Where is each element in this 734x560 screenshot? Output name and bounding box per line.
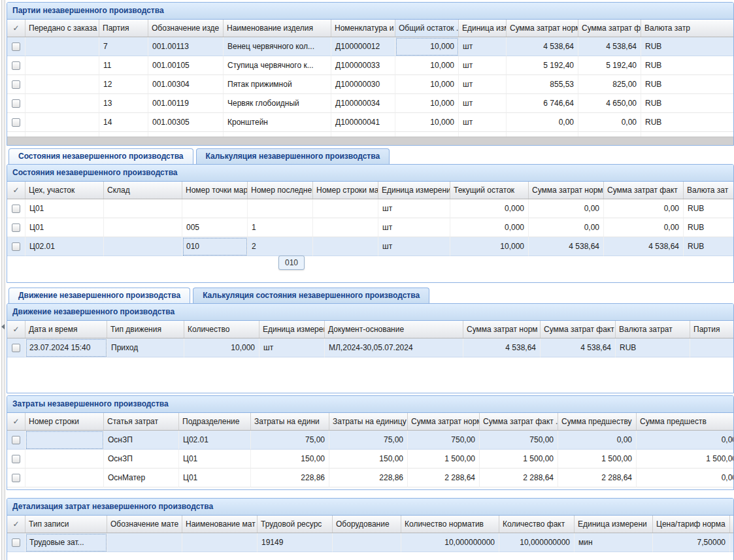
column-header[interactable]: Номенклатура и bbox=[331, 20, 395, 37]
row-checkbox[interactable] bbox=[12, 80, 20, 89]
column-header[interactable]: Количество норматив bbox=[401, 516, 499, 533]
column-header[interactable]: Единица измерени bbox=[575, 516, 653, 533]
table-cell[interactable]: 2 288,64 bbox=[558, 469, 637, 487]
table-cell[interactable]: Д100000030 bbox=[331, 75, 395, 94]
column-header[interactable]: Количество bbox=[184, 321, 259, 338]
table-cell[interactable]: ОснЗП bbox=[104, 450, 179, 469]
table-cell[interactable]: 228,86 bbox=[329, 469, 408, 487]
column-header[interactable]: Передано с заказа bbox=[25, 20, 99, 37]
table-cell[interactable]: 0,00 bbox=[637, 431, 733, 450]
column-header[interactable]: Статья затрат bbox=[104, 413, 179, 430]
table-cell[interactable]: 010 bbox=[182, 237, 248, 256]
table-cell[interactable]: шт bbox=[378, 218, 450, 237]
row-checkbox[interactable] bbox=[12, 205, 20, 213]
column-header[interactable]: Сумма затрат факт bbox=[578, 20, 641, 37]
column-header[interactable]: Единица измерени bbox=[378, 182, 450, 199]
table-cell[interactable]: Втулка bbox=[224, 132, 331, 137]
table-cell[interactable] bbox=[25, 94, 99, 113]
table-cell[interactable]: Ц01 bbox=[179, 450, 251, 469]
table-cell[interactable] bbox=[25, 56, 99, 75]
table-cell[interactable]: 150,00 bbox=[251, 450, 329, 469]
table-cell[interactable]: 19149 bbox=[258, 533, 333, 552]
table-cell[interactable] bbox=[313, 237, 378, 256]
select-all-column-header[interactable]: ✓ bbox=[7, 516, 25, 533]
column-header[interactable]: Валюта зат bbox=[684, 182, 734, 199]
table-cell[interactable]: Ц01 bbox=[25, 218, 104, 237]
table-cell[interactable] bbox=[107, 533, 182, 552]
table-cell[interactable] bbox=[313, 199, 378, 218]
table-cell[interactable]: Ц02.01 bbox=[25, 237, 104, 256]
table-row[interactable]: 13001.00119Червяк глобоидныйД10000003410… bbox=[7, 94, 733, 113]
table-cell[interactable]: 4 538,64 bbox=[529, 237, 604, 256]
table-cell[interactable]: мин bbox=[575, 533, 653, 552]
column-header[interactable]: Сумма предшеству bbox=[558, 413, 637, 430]
table-cell[interactable] bbox=[104, 237, 182, 256]
table-cell[interactable] bbox=[248, 199, 313, 218]
table-cell[interactable]: 0,00 bbox=[558, 431, 637, 450]
table-cell[interactable]: 1 500,00 bbox=[408, 450, 480, 469]
row-checkbox[interactable] bbox=[12, 242, 20, 251]
column-header[interactable]: Цена/тариф норма bbox=[653, 516, 730, 533]
row-checkbox[interactable] bbox=[12, 344, 20, 352]
column-header[interactable]: Количество факт bbox=[499, 516, 575, 533]
table-cell[interactable]: 0,000 bbox=[450, 199, 529, 218]
table-cell[interactable]: RUB bbox=[684, 218, 733, 237]
left-splitter[interactable] bbox=[0, 0, 7, 560]
table-cell[interactable] bbox=[182, 533, 258, 552]
column-header[interactable]: Номер строки bbox=[25, 413, 104, 430]
table-cell[interactable]: ОснЗП bbox=[104, 431, 179, 450]
column-header[interactable]: Оборудование bbox=[333, 516, 401, 533]
column-header[interactable]: Номер точки марш bbox=[182, 182, 248, 199]
column-header[interactable]: Склад bbox=[104, 182, 182, 199]
table-cell[interactable]: 0,00 bbox=[529, 218, 604, 237]
select-all-column-header[interactable]: ✓ bbox=[7, 413, 25, 430]
column-header[interactable]: Документ-основание bbox=[325, 321, 463, 338]
column-header[interactable]: Трудовой ресурс bbox=[258, 516, 333, 533]
column-header[interactable]: Затраты на едини bbox=[251, 413, 329, 430]
table-cell[interactable]: 0,00 bbox=[529, 199, 604, 218]
column-header[interactable]: Цех, участок bbox=[25, 182, 104, 199]
table-cell[interactable]: 1 500,00 bbox=[637, 450, 733, 469]
column-header[interactable]: Дата и время bbox=[25, 321, 107, 338]
table-cell[interactable]: 10,000 bbox=[395, 113, 459, 132]
tab-calculation-wip[interactable]: Калькуляция незавершенного производства bbox=[196, 148, 390, 164]
table-cell[interactable]: 001.00304 bbox=[148, 75, 224, 94]
column-header[interactable]: Затраты на единицу bbox=[329, 413, 408, 430]
table-cell[interactable]: шт bbox=[459, 56, 507, 75]
table-cell[interactable]: Ступица червячного к... bbox=[224, 56, 331, 75]
table-cell[interactable]: 825,00 bbox=[578, 75, 641, 94]
column-header[interactable]: Обозначение мате bbox=[107, 516, 182, 533]
table-cell[interactable]: 1 bbox=[248, 218, 313, 237]
table-cell[interactable] bbox=[690, 338, 733, 357]
row-checkbox[interactable] bbox=[12, 42, 20, 51]
table-cell[interactable]: Пятак прижимной bbox=[224, 75, 331, 94]
table-cell[interactable]: МЛ,2024-30,05.07.2024 bbox=[325, 338, 463, 357]
table-cell[interactable]: 80,000 bbox=[395, 132, 459, 137]
table-cell[interactable]: 10,000000000 bbox=[499, 533, 575, 552]
table-cell[interactable]: 75,00 bbox=[251, 431, 329, 450]
table-cell[interactable]: 10,000 bbox=[184, 338, 259, 357]
table-row[interactable]: 7001.00113Венец червячного кол...Д100000… bbox=[7, 37, 733, 56]
column-header[interactable]: Единица изм bbox=[459, 20, 507, 37]
column-header[interactable]: Сумма затрат норм bbox=[529, 182, 604, 199]
table-cell[interactable]: 14 bbox=[99, 113, 148, 132]
table-cell[interactable]: 15 bbox=[99, 132, 148, 137]
table-cell[interactable]: шт bbox=[459, 113, 507, 132]
table-cell[interactable]: шт bbox=[459, 37, 507, 56]
table-cell[interactable]: 11 bbox=[99, 56, 148, 75]
column-header[interactable]: Сумма затрат факт bbox=[541, 321, 616, 338]
table-cell[interactable]: 0,000 bbox=[450, 218, 529, 237]
column-header[interactable]: Тип записи bbox=[25, 516, 107, 533]
column-header[interactable]: Номер последней bbox=[248, 182, 313, 199]
column-header[interactable]: Наименование мат bbox=[182, 516, 258, 533]
select-all-column-header[interactable]: ✓ bbox=[7, 20, 25, 37]
table-cell[interactable]: Венец червячного кол... bbox=[224, 37, 331, 56]
table-cell[interactable]: 4 538,64 bbox=[604, 237, 684, 256]
table-cell[interactable]: 83 850,01 bbox=[578, 132, 641, 137]
table-cell[interactable]: RUB bbox=[641, 56, 733, 75]
table-cell[interactable]: RUB bbox=[641, 37, 733, 56]
table-row[interactable]: 14001.00305КронштейнД10000004110,000шт0,… bbox=[7, 113, 733, 132]
table-cell[interactable] bbox=[25, 431, 104, 450]
column-header[interactable]: Подразделение bbox=[179, 413, 251, 430]
column-header[interactable]: Сумма предшеств bbox=[637, 413, 734, 430]
